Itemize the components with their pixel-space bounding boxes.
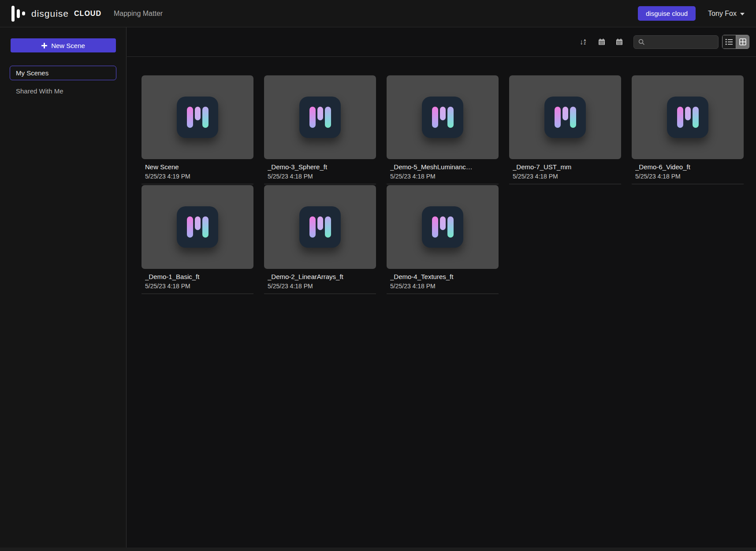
scene-card-footer: _Demo-5_MeshLuminanc… 5/25/23 4:18 PM [387,159,499,184]
scene-name: _Demo-3_Sphere_ft [268,163,372,171]
scene-card[interactable]: _Demo-1_Basic_ft 5/25/23 4:18 PM [142,185,253,294]
scene-modified-date: 5/25/23 4:18 PM [390,173,495,180]
sidebar-item-label: Shared With Me [16,87,63,95]
scene-card-footer: _Demo-7_UST_mm 5/25/23 4:18 PM [509,159,621,184]
scene-modified-date: 5/25/23 4:18 PM [145,283,250,290]
toolbar: ↓ A Z [127,27,756,57]
scene-thumbnail[interactable] [264,75,376,159]
scene-card-footer: _Demo-6_Video_ft 5/25/23 4:18 PM [632,159,744,184]
scene-name: _Demo-5_MeshLuminanc… [390,163,495,171]
scene-modified-date: 5/25/23 4:18 PM [268,173,372,180]
scene-modified-date: 5/25/23 4:18 PM [513,173,618,180]
calendar-icon [598,38,605,45]
scene-card[interactable]: _Demo-4_Textures_ft 5/25/23 4:18 PM [387,185,499,294]
scene-card[interactable]: _Demo-6_Video_ft 5/25/23 4:18 PM [632,75,744,184]
view-toggle [722,35,749,49]
search-input[interactable] [648,38,714,45]
scene-thumbnail[interactable] [264,185,376,269]
search-box [633,35,719,49]
scene-modified-date: 5/25/23 4:19 PM [145,173,250,180]
calendar-icon [616,38,623,45]
scene-thumbnail[interactable] [142,75,253,159]
sidebar: New Scene My Scenes Shared With Me [0,27,127,547]
mapping-matter-logo-icon [422,97,463,138]
mapping-matter-logo-icon [667,97,708,138]
scene-thumbnail[interactable] [142,185,253,269]
scene-name: _Demo-1_Basic_ft [145,273,250,280]
sidebar-nav: My Scenes Shared With Me [0,66,126,98]
calendar-from-button[interactable] [598,37,605,46]
mapping-matter-logo-icon [299,97,341,138]
grid-view-button[interactable] [736,35,749,48]
scene-name: _Demo-4_Textures_ft [390,273,495,280]
scene-grid: New Scene 5/25/23 4:19 PM _Demo-3_Sphere… [127,57,756,294]
scene-name: New Scene [145,163,250,171]
sort-az-icon: ↓ A Z [580,38,586,46]
scene-card-footer: _Demo-3_Sphere_ft 5/25/23 4:18 PM [264,159,376,184]
new-scene-button-label: New Scene [51,42,85,49]
scene-card-footer: New Scene 5/25/23 4:19 PM [142,159,253,184]
disguise-logo-icon [11,5,25,22]
disguise-cloud-button[interactable]: disguise cloud [638,6,696,21]
page-title: Mapping Matter [114,10,163,18]
app-header: disguise CLOUD Mapping Matter disguise c… [0,0,756,27]
scene-thumbnail[interactable] [387,75,499,159]
brand-name: disguise [31,8,69,19]
user-name: Tony Fox [708,10,737,18]
scene-modified-date: 5/25/23 4:18 PM [268,283,372,290]
scene-modified-date: 5/25/23 4:18 PM [635,173,740,180]
scene-name: _Demo-7_UST_mm [513,163,618,171]
list-view-button[interactable] [722,35,736,48]
scene-name: _Demo-2_LinearArrays_ft [268,273,372,280]
brand: disguise CLOUD [11,5,101,22]
grid-view-icon [739,38,746,45]
sort-button[interactable]: ↓ A Z [578,37,588,46]
main-content: ↓ A Z [127,27,756,551]
new-scene-button[interactable]: New Scene [11,38,116,52]
mapping-matter-logo-icon [422,206,463,248]
mapping-matter-logo-icon [299,206,341,248]
mapping-matter-logo-icon [544,97,586,138]
mapping-matter-logo-icon [177,206,218,248]
scene-card[interactable]: _Demo-7_UST_mm 5/25/23 4:18 PM [509,75,621,184]
chevron-down-icon [740,13,745,15]
list-view-icon [726,39,733,45]
sidebar-item-label: My Scenes [16,69,48,77]
scene-card[interactable]: _Demo-5_MeshLuminanc… 5/25/23 4:18 PM [387,75,499,184]
mapping-matter-logo-icon [177,97,218,138]
scene-modified-date: 5/25/23 4:18 PM [390,283,495,290]
brand-suffix: CLOUD [74,10,101,18]
scene-card-footer: _Demo-2_LinearArrays_ft 5/25/23 4:18 PM [264,269,376,294]
scene-thumbnail[interactable] [509,75,621,159]
scene-card-footer: _Demo-4_Textures_ft 5/25/23 4:18 PM [387,269,499,294]
scene-thumbnail[interactable] [387,185,499,269]
horizontal-scrollbar-track[interactable] [0,547,756,551]
search-icon [638,39,644,45]
scene-card[interactable]: New Scene 5/25/23 4:19 PM [142,75,253,184]
scene-thumbnail[interactable] [632,75,744,159]
sidebar-item-shared-with-me[interactable]: Shared With Me [10,84,116,98]
calendar-to-button[interactable] [616,37,623,46]
scene-card[interactable]: _Demo-2_LinearArrays_ft 5/25/23 4:18 PM [264,185,376,294]
user-menu[interactable]: Tony Fox [708,10,745,18]
scene-card-footer: _Demo-1_Basic_ft 5/25/23 4:18 PM [142,269,253,294]
sidebar-item-my-scenes[interactable]: My Scenes [10,66,116,80]
scene-name: _Demo-6_Video_ft [635,163,740,171]
plus-icon [41,43,47,48]
scene-card[interactable]: _Demo-3_Sphere_ft 5/25/23 4:18 PM [264,75,376,184]
